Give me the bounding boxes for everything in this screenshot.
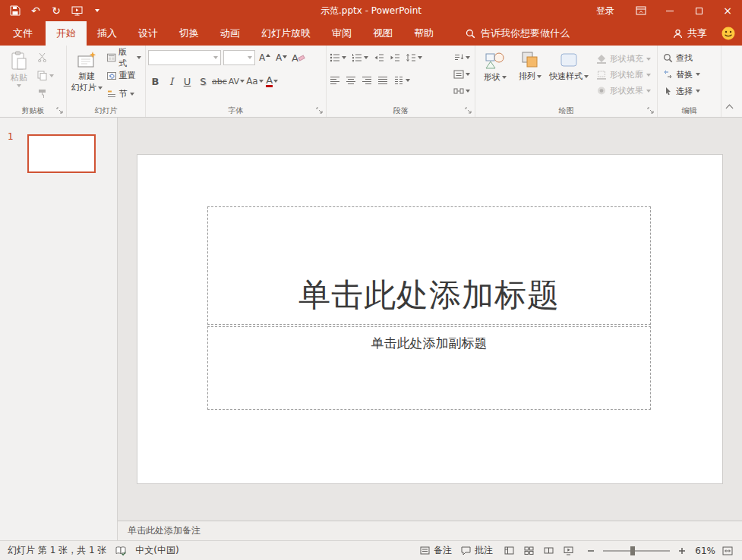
share-button[interactable]: 共享 bbox=[665, 21, 715, 46]
language-button[interactable]: 中文(中国) bbox=[135, 544, 178, 557]
strikethrough-button[interactable]: abc bbox=[212, 74, 227, 89]
justify-button[interactable] bbox=[377, 74, 389, 87]
ribbon-display-options-button[interactable] bbox=[627, 0, 655, 21]
columns-button[interactable] bbox=[393, 74, 411, 87]
align-right-button[interactable] bbox=[361, 74, 373, 87]
tab-design[interactable]: 设计 bbox=[128, 21, 169, 46]
sign-in-button[interactable]: 登录 bbox=[584, 0, 627, 21]
underline-button[interactable]: U bbox=[180, 74, 194, 89]
section-button[interactable]: 节 bbox=[105, 87, 143, 101]
zoom-in-button[interactable] bbox=[675, 544, 689, 558]
zoom-slider[interactable] bbox=[603, 550, 670, 552]
arrange-button[interactable]: 排列 bbox=[513, 47, 548, 104]
maximize-button[interactable] bbox=[684, 0, 713, 21]
tab-animations[interactable]: 动画 bbox=[210, 21, 251, 46]
convert-to-smartart-button[interactable] bbox=[453, 84, 472, 98]
copy-button[interactable] bbox=[36, 68, 55, 83]
font-dialog-launcher[interactable] bbox=[315, 106, 324, 115]
new-slide-button[interactable]: 新建 幻灯片 bbox=[69, 47, 105, 104]
character-spacing-button[interactable]: AV bbox=[229, 74, 245, 89]
fit-slide-to-window-button[interactable] bbox=[721, 544, 734, 558]
select-button[interactable]: 选择 bbox=[660, 83, 718, 99]
reset-button[interactable]: 重置 bbox=[105, 68, 143, 83]
feedback-button[interactable] bbox=[715, 21, 742, 46]
shapes-button[interactable]: 形状 bbox=[478, 47, 513, 104]
customize-qat-button[interactable] bbox=[88, 2, 106, 20]
font-size-combobox[interactable] bbox=[223, 50, 255, 65]
align-text-button[interactable] bbox=[453, 68, 472, 81]
shape-effects-button[interactable]: 形状效果 bbox=[596, 84, 651, 97]
collapse-ribbon-button[interactable] bbox=[723, 101, 735, 112]
align-left-icon bbox=[330, 76, 340, 85]
numbering-button[interactable] bbox=[351, 51, 369, 64]
text-shadow-button[interactable]: S bbox=[196, 74, 210, 89]
tab-file[interactable]: 文件 bbox=[0, 21, 46, 46]
comments-toggle-button[interactable]: 批注 bbox=[461, 544, 493, 557]
font-name-combobox[interactable] bbox=[148, 50, 221, 65]
tab-home[interactable]: 开始 bbox=[46, 21, 87, 46]
align-left-button[interactable] bbox=[329, 74, 341, 87]
chevron-down-icon bbox=[342, 56, 346, 59]
columns-icon bbox=[393, 76, 404, 85]
tell-me-label: 告诉我你想要做什么 bbox=[481, 27, 570, 40]
tab-insert[interactable]: 插入 bbox=[87, 21, 128, 46]
shrink-font-button[interactable]: A bbox=[274, 50, 289, 65]
undo-button[interactable]: ↶ bbox=[27, 2, 45, 20]
bold-button[interactable]: B bbox=[148, 74, 163, 89]
start-slideshow-button[interactable] bbox=[68, 2, 86, 20]
zoom-percentage[interactable]: 61% bbox=[694, 546, 715, 556]
normal-view-button[interactable] bbox=[502, 544, 516, 558]
align-center-button[interactable] bbox=[345, 74, 357, 87]
tab-transitions[interactable]: 切换 bbox=[169, 21, 210, 46]
zoom-out-button[interactable] bbox=[584, 544, 598, 558]
cut-button[interactable] bbox=[36, 50, 55, 64]
notes-toggle-button[interactable]: 备注 bbox=[420, 544, 452, 557]
reading-view-button[interactable] bbox=[542, 544, 555, 558]
slide-canvas[interactable]: 单击此处添加标题 单击此处添加副标题 bbox=[137, 155, 722, 483]
redo-button[interactable]: ↻ bbox=[47, 2, 65, 20]
font-color-button[interactable]: A bbox=[265, 74, 279, 89]
paste-button[interactable]: 粘贴 bbox=[2, 47, 36, 104]
close-button[interactable]: × bbox=[713, 0, 742, 21]
text-direction-button[interactable] bbox=[453, 51, 472, 64]
titlebar-right: 登录 × bbox=[584, 0, 742, 21]
clear-formatting-button[interactable]: A bbox=[291, 50, 305, 65]
subtitle-placeholder[interactable]: 单击此处添加副标题 bbox=[207, 326, 651, 410]
drawing-dialog-launcher[interactable] bbox=[646, 106, 655, 115]
find-icon bbox=[663, 53, 673, 63]
slide-sorter-view-button[interactable] bbox=[522, 544, 535, 558]
find-button[interactable]: 查找 bbox=[660, 50, 718, 65]
shape-outline-button[interactable]: 形状轮廓 bbox=[596, 68, 651, 81]
decrease-indent-button[interactable] bbox=[373, 51, 385, 64]
quick-styles-button[interactable]: 快速样式 bbox=[548, 47, 590, 104]
layout-button[interactable]: 版式 bbox=[105, 50, 143, 64]
zoom-slider-thumb[interactable] bbox=[630, 546, 635, 555]
save-button[interactable] bbox=[6, 2, 24, 20]
title-placeholder[interactable]: 单击此处添加标题 bbox=[207, 206, 651, 325]
minimize-button[interactable] bbox=[655, 0, 684, 21]
slideshow-view-button[interactable] bbox=[561, 544, 575, 558]
tab-view[interactable]: 视图 bbox=[362, 21, 403, 46]
replace-button[interactable]: 替换 bbox=[660, 67, 718, 82]
increase-indent-button[interactable] bbox=[389, 51, 401, 64]
notes-icon bbox=[420, 546, 430, 555]
font-group-label: 字体 bbox=[229, 105, 244, 116]
chevron-down-icon bbox=[466, 73, 470, 76]
line-spacing-button[interactable] bbox=[405, 51, 423, 64]
tell-me-search[interactable]: 告诉我你想要做什么 bbox=[456, 21, 579, 46]
slide-thumbnail[interactable] bbox=[27, 134, 96, 173]
italic-button[interactable]: I bbox=[164, 74, 178, 89]
bullets-button[interactable] bbox=[329, 51, 347, 64]
shape-fill-button[interactable]: 形状填充 bbox=[596, 52, 651, 65]
format-painter-button[interactable] bbox=[36, 87, 55, 101]
tab-review[interactable]: 审阅 bbox=[321, 21, 362, 46]
align-text-icon bbox=[453, 70, 464, 79]
grow-font-button[interactable]: A bbox=[257, 50, 272, 65]
tab-help[interactable]: 帮助 bbox=[403, 21, 444, 46]
notes-pane[interactable]: 单击此处添加备注 bbox=[118, 521, 742, 540]
paragraph-dialog-launcher[interactable] bbox=[464, 106, 472, 115]
change-case-button[interactable]: Aa bbox=[246, 74, 264, 89]
spellcheck-button[interactable] bbox=[115, 546, 126, 555]
tab-slideshow[interactable]: 幻灯片放映 bbox=[251, 21, 321, 46]
clipboard-dialog-launcher[interactable] bbox=[55, 106, 64, 115]
